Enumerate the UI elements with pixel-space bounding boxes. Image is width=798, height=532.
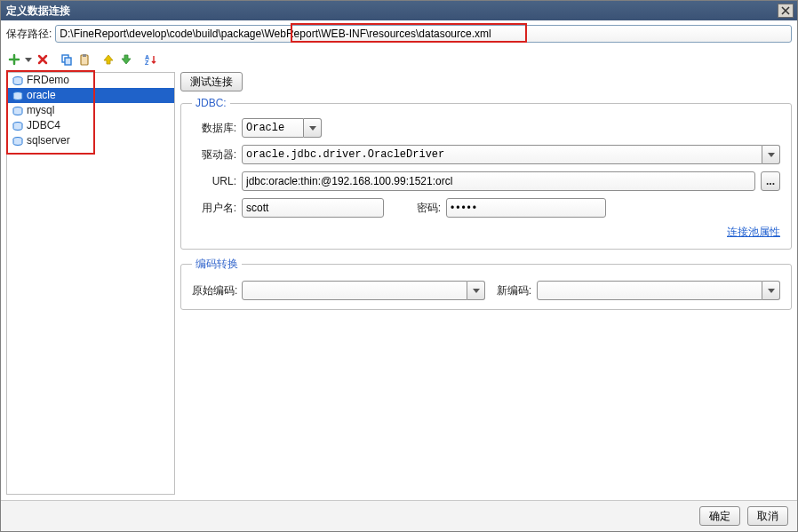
- url-label: URL:: [192, 175, 236, 187]
- path-row: 保存路径:: [1, 20, 797, 47]
- datasource-name: JDBC4: [27, 118, 60, 133]
- orig-encoding-value[interactable]: [242, 281, 467, 300]
- svg-text:Z: Z: [145, 60, 149, 66]
- ok-button[interactable]: 确定: [699, 506, 740, 526]
- datasource-item[interactable]: oracle: [7, 88, 174, 103]
- caret-down-icon: [25, 58, 32, 62]
- caret-down-icon: [768, 153, 775, 157]
- window-title: 定义数据连接: [6, 4, 778, 19]
- datasource-name: oracle: [27, 88, 56, 103]
- cancel-button[interactable]: 取消: [747, 506, 788, 526]
- driver-select[interactable]: [242, 145, 780, 164]
- separator: [138, 52, 139, 67]
- test-connection-button[interactable]: 测试连接: [180, 72, 243, 91]
- datasource-list: FRDemo oracle mysql JDBC4 sqlserver: [6, 72, 175, 495]
- new-encoding-label: 新编码:: [491, 283, 531, 298]
- separator: [96, 52, 97, 67]
- datasource-item[interactable]: FRDemo: [7, 73, 174, 88]
- database-value[interactable]: [242, 118, 304, 138]
- dialog: 定义数据连接 保存路径:: [0, 0, 798, 532]
- movedown-button[interactable]: [118, 52, 134, 67]
- database-select[interactable]: [242, 118, 322, 138]
- x-icon: [37, 54, 48, 65]
- datasource-items: FRDemo oracle mysql JDBC4 sqlserver: [7, 73, 174, 148]
- orig-encoding-select[interactable]: [242, 281, 485, 300]
- add-button[interactable]: [6, 52, 22, 67]
- sort-button[interactable]: A Z: [142, 52, 158, 67]
- path-input[interactable]: [55, 25, 792, 43]
- dropdown-button[interactable]: [762, 281, 780, 300]
- plus-icon: [8, 53, 20, 66]
- new-encoding-select[interactable]: [537, 281, 780, 300]
- encoding-group: 编码转换 原始编码: 新编码:: [180, 257, 792, 310]
- arrow-down-icon: [121, 54, 132, 65]
- remove-button[interactable]: [35, 52, 51, 67]
- svg-rect-3: [83, 54, 86, 57]
- svg-rect-1: [65, 58, 71, 65]
- caret-down-icon: [768, 289, 775, 293]
- datasource-item[interactable]: JDBC4: [7, 118, 174, 133]
- caret-down-icon: [309, 126, 316, 131]
- pool-props-row: 连接池属性: [192, 225, 780, 240]
- driver-label: 驱动器:: [192, 147, 236, 163]
- pool-props-link[interactable]: 连接池属性: [727, 226, 780, 238]
- paste-button[interactable]: [76, 52, 92, 67]
- copy-icon: [60, 53, 73, 66]
- datasource-name: sqlserver: [27, 133, 70, 148]
- datasource-name: mysql: [27, 103, 54, 118]
- datasource-item[interactable]: sqlserver: [7, 133, 174, 148]
- title-bar: 定义数据连接: [1, 1, 797, 20]
- dropdown-button[interactable]: [304, 118, 322, 138]
- action-row: 测试连接: [180, 72, 792, 97]
- orig-encoding-label: 原始编码:: [192, 283, 236, 298]
- jdbc-legend: JDBC:: [192, 97, 230, 109]
- user-input[interactable]: [242, 198, 384, 218]
- content-area: FRDemo oracle mysql JDBC4 sqlserver: [1, 72, 797, 500]
- database-icon: [12, 122, 23, 131]
- list-toolbar: A Z: [1, 47, 797, 72]
- copy-button[interactable]: [59, 52, 75, 67]
- sort-icon: A Z: [144, 53, 156, 66]
- moveup-button[interactable]: [100, 52, 116, 67]
- caret-down-icon: [473, 289, 480, 293]
- dropdown-button[interactable]: [467, 281, 485, 300]
- datasource-name: FRDemo: [27, 73, 69, 88]
- dropdown-button[interactable]: [762, 145, 780, 164]
- new-encoding-value[interactable]: [537, 281, 762, 300]
- path-label: 保存路径:: [6, 27, 52, 42]
- database-label: 数据库:: [192, 121, 236, 136]
- database-icon: [12, 137, 23, 146]
- filler: [180, 317, 792, 495]
- url-browse-button[interactable]: ...: [761, 171, 780, 191]
- encoding-legend: 编码转换: [192, 257, 242, 272]
- paste-icon: [78, 53, 91, 66]
- password-input[interactable]: [446, 198, 606, 218]
- jdbc-group: JDBC: 数据库: 驱动器: URL:: [180, 97, 792, 250]
- footer: 确定 取消: [1, 500, 797, 531]
- password-label: 密码:: [411, 201, 441, 216]
- datasource-item[interactable]: mysql: [7, 103, 174, 118]
- database-icon: [12, 107, 23, 115]
- database-icon: [12, 91, 23, 100]
- database-icon: [12, 76, 23, 85]
- url-input[interactable]: [242, 171, 755, 191]
- close-icon: [781, 6, 790, 15]
- close-button[interactable]: [778, 4, 794, 18]
- separator: [54, 52, 55, 67]
- user-label: 用户名:: [192, 201, 236, 216]
- add-dropdown[interactable]: [24, 52, 33, 67]
- detail-pane: 测试连接 JDBC: 数据库: 驱动器:: [180, 72, 792, 495]
- driver-value[interactable]: [242, 145, 762, 164]
- arrow-up-icon: [103, 54, 114, 65]
